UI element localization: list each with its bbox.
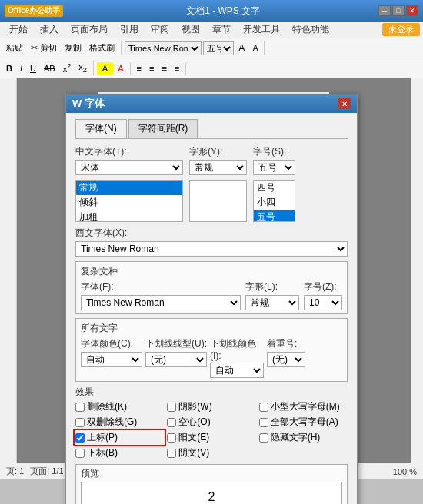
effect-strikethrough[interactable]: 删除线(K) [75,400,164,413]
effect-engrave[interactable]: 阴文(V) [167,446,255,459]
effect-double-strike[interactable]: 双删除线(G) [75,416,164,429]
align-center-button[interactable]: ≡ [146,62,157,75]
complex-section: 复杂文种 字体(F): Times New Roman 字形(L): 常规 [75,261,348,314]
align-left-button[interactable]: ≡ [134,62,145,75]
all-fonts-section: 所有文字 字体颜色(C): 自动 下划线线型(U): (无) [75,318,348,382]
underline-color-select[interactable]: 自动 [210,363,264,378]
menu-start[interactable]: 开始 [3,22,34,38]
menu-view[interactable]: 视图 [175,22,206,38]
all-caps-checkbox[interactable] [259,418,268,427]
shadow-checkbox[interactable] [167,403,176,412]
menu-review[interactable]: 审阅 [145,22,175,38]
highlight-button[interactable]: A [97,62,113,75]
menu-page-layout[interactable]: 页面布局 [65,22,114,38]
shrink-font-button[interactable]: A [250,42,261,54]
style-select[interactable]: 常规 倾斜 加粗 [189,160,247,175]
dialog-overlay: W 字体 ✕ 字体(N) 字符间距(R) 中文字体(T): 宋体 [0,78,423,463]
strikethrough-checkbox[interactable] [75,403,85,412]
font-group: Times New Roman 五号 A A [125,41,265,55]
menu-section[interactable]: 章节 [206,22,237,38]
size-select[interactable]: 四号 小四 五号 [253,160,295,175]
italic-button[interactable]: I [17,62,25,75]
effect-superscript[interactable]: 上标(P) [75,431,164,444]
style-listbox[interactable] [189,180,247,222]
superscript-checkbox[interactable] [75,433,85,443]
underline-color-col: 下划线颜色(I): 自动 [210,337,264,378]
format-painter-button[interactable]: 格式刷 [86,41,118,55]
underline-type-select[interactable]: (无) [145,352,207,367]
size-list-col: 四号 小四 五号 [253,180,295,222]
size-listbox[interactable]: 四号 小四 五号 [253,180,295,222]
western-font-select[interactable]: Times New Roman [75,241,348,257]
menu-insert[interactable]: 插入 [34,22,65,38]
chinese-font-listbox[interactable]: 常规 倾斜 加粗 [75,180,183,222]
chinese-font-row: 中文字体(T): 宋体 字形(Y): 常规 倾斜 [75,145,348,175]
tab-char-spacing[interactable]: 字符间距(R) [128,119,198,138]
menu-special[interactable]: 特色功能 [286,22,335,38]
maximize-button[interactable]: □ [392,5,405,16]
effect-hidden[interactable]: 隐藏文字(H) [259,431,348,444]
bold-button[interactable]: B [3,62,15,75]
emboss-checkbox[interactable] [167,433,176,443]
double-strike-checkbox[interactable] [75,418,85,427]
complex-style-col: 字形(L): 常规 [245,280,299,310]
engrave-checkbox[interactable] [167,449,176,458]
subscript-checkbox[interactable] [75,449,85,458]
strikethrough-button[interactable]: AB [41,62,58,75]
menu-references[interactable]: 引用 [114,22,145,38]
style-col: 字形(Y): 常规 倾斜 加粗 [189,145,247,175]
chinese-font-col: 中文字体(T): 宋体 [75,145,183,175]
listbox-item-regular[interactable]: 常规 [76,181,182,195]
emphasis-select[interactable]: (无) [267,352,305,367]
copy-button[interactable]: 复制 [62,41,85,55]
complex-size-select[interactable]: 10 [304,295,342,310]
superscript-button[interactable]: x2 [60,61,75,75]
complex-font-select[interactable]: Times New Roman [81,295,241,310]
font-color-label: 字体颜色(C): [81,337,142,350]
small-caps-checkbox[interactable] [259,403,268,412]
justify-button[interactable]: ≡ [172,62,182,75]
effect-all-caps[interactable]: 全部大写字母(A) [259,416,348,429]
western-font-col: 西文字体(X): Times New Roman [75,227,348,257]
complex-style-label: 字形(L): [245,280,299,293]
size-item-xiaosi[interactable]: 小四 [254,195,295,210]
font-color-button[interactable]: A [115,62,126,75]
main-area: 旗帜 2 W 字体 ✕ 字体(N) 字符间距(R) [0,78,423,463]
font-name-select[interactable]: Times New Roman [125,41,202,55]
effect-subscript[interactable]: 下标(B) [75,446,164,459]
listbox-item-italic[interactable]: 倾斜 [76,195,182,210]
underline-button[interactable]: U [27,62,39,75]
status-zoom: 100 % [393,467,417,476]
hollow-checkbox[interactable] [167,418,176,427]
align-right-button[interactable]: ≡ [158,62,169,75]
listbox-item-bold[interactable]: 加粗 [76,210,182,222]
font-size-select[interactable]: 五号 [203,41,234,55]
effect-shadow[interactable]: 阴影(W) [167,400,255,413]
chinese-font-select[interactable]: 宋体 [75,160,183,175]
effect-emboss[interactable]: 阳文(E) [167,431,255,444]
unregistered-button[interactable]: 未登录 [382,23,420,36]
menu-developer[interactable]: 开发工具 [237,22,286,38]
minimize-button[interactable]: ─ [378,5,391,16]
size-item-5[interactable]: 五号 [254,210,295,222]
size-item-4[interactable]: 四号 [254,181,295,195]
underline-type-label: 下划线线型(U): [145,337,207,350]
grow-font-button[interactable]: A [235,41,248,55]
status-pages: 页面: 1/1 [30,466,63,477]
close-button[interactable]: ✕ [406,5,418,16]
effect-small-caps[interactable]: 小型大写字母(M) [259,400,348,413]
preview-section: 预览 2 [75,464,348,504]
cut-button[interactable]: ✂ 剪切 [28,41,60,55]
subscript-button[interactable]: x2 [75,61,90,75]
hidden-checkbox[interactable] [259,433,268,443]
complex-section-title: 复杂文种 [81,265,342,278]
highlight-group: A A [97,62,131,75]
tab-font[interactable]: 字体(N) [75,119,127,138]
complex-style-select[interactable]: 常规 [245,295,299,310]
all-fonts-title: 所有文字 [81,322,342,335]
font-color-select[interactable]: 自动 [81,352,142,367]
dialog-close-button[interactable]: ✕ [338,98,351,109]
effect-hollow[interactable]: 空心(O) [167,416,255,429]
preview-label: 预览 [81,467,342,480]
paste-button[interactable]: 粘贴 [3,41,26,55]
